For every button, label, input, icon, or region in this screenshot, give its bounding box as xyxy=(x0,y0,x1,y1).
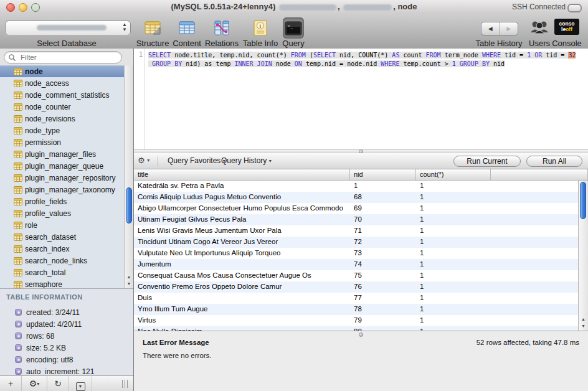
sidebar-table-item[interactable]: plugin_manager_taxonomy xyxy=(0,184,124,196)
scroll-up-button[interactable]: ▲ xyxy=(125,273,133,280)
result-cell[interactable]: 1 xyxy=(416,259,491,270)
toolbar-toggle-pill-button[interactable] xyxy=(567,4,582,12)
query-gear-button[interactable]: ⚙ ▾ xyxy=(138,156,149,165)
scrollbar-thumb[interactable] xyxy=(126,187,132,224)
sidebar-table-item[interactable]: plugin_manager_repository xyxy=(0,172,124,184)
result-cell[interactable]: Comis Aliquip Ludus Pagus Metuo Conventi… xyxy=(134,192,350,203)
result-row[interactable]: Utinam Feugiat Gilvus Pecus Pala701 xyxy=(134,214,578,225)
result-cell[interactable]: Conventio Premo Eros Oppeto Dolore Camur xyxy=(134,281,350,293)
sidebar-table-item[interactable]: role xyxy=(0,219,124,231)
result-cell[interactable]: 1 xyxy=(350,181,416,192)
scroll-up-button[interactable]: ▲ xyxy=(579,316,588,323)
scroll-down-button[interactable]: ▼ xyxy=(579,323,588,329)
sidebar-table-item[interactable]: node_access xyxy=(0,77,124,89)
scroll-down-button[interactable]: ▼ xyxy=(125,280,133,287)
sidebar-table-item[interactable]: node_revisions xyxy=(0,113,124,125)
result-cell[interactable]: 69 xyxy=(350,203,416,214)
table-actions-gear-button[interactable]: ⚙▾ xyxy=(22,376,47,391)
result-cell[interactable]: 1 xyxy=(416,214,491,225)
result-cell[interactable]: 1 xyxy=(416,326,491,331)
result-cell[interactable]: 71 xyxy=(350,225,416,237)
result-row[interactable]: Lenis Wisi Gravis Meus Jumentum Uxor Pal… xyxy=(134,225,578,237)
result-row[interactable]: Katedrála sv. Petra a Pavla11 xyxy=(134,181,578,192)
result-cell[interactable]: 73 xyxy=(350,248,416,259)
scrollbar-thumb[interactable] xyxy=(580,182,586,219)
result-cell[interactable]: 1 xyxy=(416,237,491,248)
result-cell[interactable]: 1 xyxy=(416,192,491,203)
sidebar-table-item[interactable]: plugin_manager_queue xyxy=(0,160,124,172)
sidebar-table-item[interactable]: plugin_manager_files xyxy=(0,148,124,160)
result-cell[interactable]: Consequat Causa Mos Causa Consectetuer A… xyxy=(134,270,350,281)
result-row[interactable]: Ymo Illum Tum Augue781 xyxy=(134,304,578,315)
sidebar-table-item[interactable]: node_type xyxy=(0,125,124,136)
sql-query-editor[interactable]: 1 SELECT node.title, temp.nid, count(*) … xyxy=(134,49,588,149)
result-row[interactable]: Duis771 xyxy=(134,293,578,304)
add-table-button[interactable]: + xyxy=(0,376,22,391)
table-info-tab-button[interactable]: i xyxy=(250,17,271,39)
result-cell[interactable]: 1 xyxy=(416,270,491,281)
result-cell[interactable]: 1 xyxy=(416,181,491,192)
sidebar-table-item[interactable]: node_counter xyxy=(0,101,124,113)
relations-tab-button[interactable] xyxy=(211,17,232,39)
result-cell[interactable]: Vulputate Neo Ut Importunus Aliquip Torq… xyxy=(134,248,350,259)
query-favorites-menu[interactable]: Query Favorites ▾ xyxy=(168,156,225,165)
result-cell[interactable]: 1 xyxy=(416,304,491,315)
sidebar-table-item[interactable]: node_comment_statistics xyxy=(0,89,124,101)
filter-input[interactable] xyxy=(19,52,118,62)
result-cell[interactable]: 72 xyxy=(350,237,416,248)
result-cell[interactable]: 76 xyxy=(350,281,416,293)
result-row[interactable]: Neo Nulla Dignissim801 xyxy=(134,326,578,331)
sidebar-table-item[interactable]: semaphore xyxy=(0,278,124,288)
run-current-button[interactable]: Run Current xyxy=(453,156,521,167)
sidebar-table-item[interactable]: profile_fields xyxy=(0,196,124,207)
column-header-nid[interactable]: nid xyxy=(350,169,416,180)
sidebar-table-item[interactable]: permission xyxy=(0,136,124,148)
content-tab-button[interactable] xyxy=(176,17,197,39)
result-row[interactable]: Abigo Ullamcorper Consectetuer Humo Popu… xyxy=(134,203,578,214)
query-tab-button[interactable]: >_ xyxy=(283,17,304,39)
relations-tab-label[interactable]: Relations xyxy=(199,39,244,48)
result-cell[interactable]: 68 xyxy=(350,192,416,203)
result-cell[interactable]: Utinam Feugiat Gilvus Pecus Pala xyxy=(134,214,350,225)
result-cell[interactable]: Neo Nulla Dignissim xyxy=(134,326,350,331)
result-cell[interactable]: Katedrála sv. Petra a Pavla xyxy=(134,181,350,192)
result-cell[interactable]: Ymo Illum Tum Augue xyxy=(134,304,350,315)
sidebar-table-item[interactable]: search_node_links xyxy=(0,255,124,266)
result-row[interactable]: Virtus791 xyxy=(134,315,578,326)
sidebar-scrollbar[interactable]: ▲ ▼ xyxy=(124,65,133,288)
result-cell[interactable]: 1 xyxy=(416,281,491,293)
result-row[interactable]: Tincidunt Utinam Cogo At Vereor Jus Vere… xyxy=(134,237,578,248)
result-row[interactable]: Consequat Causa Mos Causa Consectetuer A… xyxy=(134,270,578,281)
result-cell[interactable]: 70 xyxy=(350,214,416,225)
result-row[interactable]: Jumentum741 xyxy=(134,259,578,270)
result-cell[interactable]: 1 xyxy=(416,293,491,304)
result-row[interactable]: Comis Aliquip Ludus Pagus Metuo Conventi… xyxy=(134,192,578,203)
result-cell[interactable]: 1 xyxy=(416,315,491,326)
select-database-dropdown[interactable]: ▲▼ xyxy=(5,21,131,35)
table-filter-field[interactable] xyxy=(4,51,122,64)
history-forward-button[interactable]: ▶ xyxy=(500,22,518,35)
result-cell[interactable]: 78 xyxy=(350,304,416,315)
result-cell[interactable]: 74 xyxy=(350,259,416,270)
refresh-tables-button[interactable]: ↻ xyxy=(47,376,69,391)
result-row[interactable]: Conventio Premo Eros Oppeto Dolore Camur… xyxy=(134,281,578,293)
results-scrollbar[interactable]: ▲ ▼ xyxy=(578,181,588,331)
structure-tab-button[interactable] xyxy=(142,17,163,39)
toggle-console-pane-button[interactable]: ▼ xyxy=(69,376,92,391)
console-toggle-icon[interactable]: conso leoff xyxy=(554,19,579,35)
result-cell[interactable]: Abigo Ullamcorper Consectetuer Humo Popu… xyxy=(134,203,350,214)
sql-code-line[interactable]: GROUP BY nid) as temp INNER JOIN node ON… xyxy=(148,60,586,68)
pane-resize-grip[interactable] xyxy=(122,380,130,388)
sidebar-table-item[interactable]: search_total xyxy=(0,266,124,278)
splitter-dimple[interactable] xyxy=(359,332,363,337)
result-cell[interactable]: 80 xyxy=(350,326,416,331)
result-cell[interactable]: Lenis Wisi Gravis Meus Jumentum Uxor Pal… xyxy=(134,225,350,237)
run-all-button[interactable]: Run All xyxy=(526,156,582,167)
sidebar-table-item[interactable]: node xyxy=(0,65,124,77)
result-cell[interactable]: 1 xyxy=(416,248,491,259)
result-cell[interactable]: 79 xyxy=(350,315,416,326)
history-back-button[interactable]: ◀ xyxy=(481,22,500,35)
sidebar-table-item[interactable]: search_dataset xyxy=(0,231,124,243)
result-cell[interactable]: 1 xyxy=(416,203,491,214)
results-body[interactable]: Katedrála sv. Petra a Pavla11Comis Aliqu… xyxy=(134,181,578,331)
